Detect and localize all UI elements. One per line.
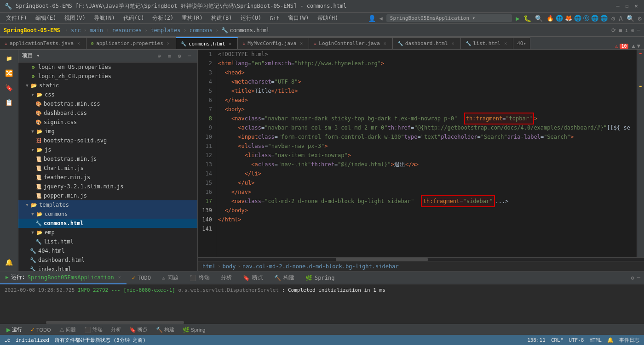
breadcrumb-commons[interactable]: commons	[190, 27, 213, 34]
tab-dashboard-html[interactable]: 🔧 dashboard.html ×	[393, 37, 461, 49]
run-tab-analysis[interactable]: 分析	[215, 271, 237, 284]
tree-item-login-zh-props[interactable]: ⚙ login_zh_CH.properties	[18, 72, 197, 81]
tree-item-dashboard-css[interactable]: 🎨 dashboard.css	[18, 108, 197, 118]
sidebar-minimize-icon[interactable]: ─	[185, 52, 194, 60]
expand-icon[interactable]: ▲	[632, 43, 635, 49]
run-tab-bookmarks[interactable]: 🔖 断点	[237, 271, 269, 284]
close-button[interactable]: ✕	[633, 3, 639, 10]
tree-item-index-html[interactable]: 🔧 index.html	[18, 265, 197, 271]
notifications-tool-icon[interactable]: 🔔	[1, 255, 17, 269]
tree-item-bootstrap-min-css[interactable]: 🎨 bootstrap.min.css	[18, 99, 197, 108]
menu-run[interactable]: 运行(U)	[237, 13, 265, 23]
tab-more[interactable]: 40▾	[513, 37, 530, 49]
crlf[interactable]: CRLF	[551, 337, 564, 343]
tab-applicationtests-close[interactable]: ×	[76, 41, 81, 46]
minimize-button[interactable]: ─	[615, 3, 621, 10]
toolbar-settings-icon[interactable]: ⚙	[631, 27, 634, 34]
tree-item-dashboard-html[interactable]: 🔧 dashboard.html	[18, 255, 197, 265]
run-tab-problems[interactable]: ⚠ 问题	[156, 271, 184, 284]
toolbar-sync-icon[interactable]: ⟳	[611, 27, 616, 34]
translate-icon[interactable]: A	[619, 15, 622, 22]
tree-item-img[interactable]: ▼ 📂 img	[18, 127, 197, 136]
maximize-button[interactable]: □	[624, 3, 630, 10]
tab-commons-html-close[interactable]: ×	[227, 41, 233, 46]
tab-list-html-close[interactable]: ×	[503, 41, 508, 46]
editor-horizontal-scrollbar[interactable]	[198, 257, 644, 261]
gear-icon[interactable]: ⚙	[638, 15, 642, 22]
tree-item-bootstrap-svg[interactable]: 🖼 bootstrap-solid.svg	[18, 136, 197, 145]
sidebar-gear-icon[interactable]: ⚙	[175, 52, 184, 60]
path-nav[interactable]: nav.col-md-2.d-none.d-md-block.bg-light.…	[242, 263, 399, 270]
breadcrumb-resources[interactable]: resources	[112, 27, 142, 34]
tab-commons-html[interactable]: 🔧 commons.html ×	[176, 37, 238, 49]
line-col[interactable]: 138:11	[527, 337, 546, 343]
bookmarks-button[interactable]: 🔖 断点	[126, 325, 151, 334]
menu-code[interactable]: 代码(C)	[120, 13, 148, 23]
menu-edit[interactable]: 编辑(E)	[32, 13, 60, 23]
tree-item-list-html[interactable]: 🔧 list.html	[18, 237, 197, 246]
collapse-icon[interactable]: ▼	[637, 43, 640, 49]
tree-item-css[interactable]: ▼ 📂 css	[18, 90, 197, 99]
menu-build[interactable]: 构建(B)	[207, 13, 236, 23]
search-bar[interactable]: SpringBoot05EmsApplication ▾	[386, 14, 512, 22]
run-bottom-button[interactable]: ▶ 运行	[3, 325, 26, 334]
tree-item-js[interactable]: ▼ 📂 js	[18, 145, 197, 154]
breadcrumb-src[interactable]: src	[71, 27, 81, 34]
tree-item-static[interactable]: ▼ 📂 static	[18, 81, 197, 90]
tab-application-properties[interactable]: ⚙ application.properties ×	[86, 37, 176, 49]
toolbar-align-icon[interactable]: ≡	[619, 27, 622, 34]
tree-item-jquery-js[interactable]: 📜 jquery-3.2.1.slim.min.js	[18, 182, 197, 191]
run-settings-icon[interactable]: ⚙	[631, 275, 634, 281]
build-button[interactable]: 🔨 构建	[152, 325, 178, 334]
editor-content[interactable]: 1 2 3 4 5 6 7 8 9 10 11 12 13 14 15 16 1	[198, 50, 644, 257]
toolbar-minimize-icon[interactable]: ─	[637, 27, 640, 34]
menu-window[interactable]: 窗口(W)	[284, 13, 313, 23]
run-minimize-icon[interactable]: ─	[637, 275, 640, 281]
todo-button[interactable]: ✓ TODO	[27, 326, 55, 334]
tree-item-templates[interactable]: ▼ 📂 templates	[18, 200, 197, 209]
tab-application-properties-close[interactable]: ×	[166, 41, 171, 46]
tab-mymvcconfig[interactable]: ☕ MyMvcConfig.java ×	[238, 37, 309, 49]
tree-item-404-html[interactable]: 🔧 404.html	[18, 246, 197, 255]
tab-logincontroller[interactable]: ☕ LoginController.java ×	[309, 37, 392, 49]
run-tab-close[interactable]: ×	[118, 275, 121, 280]
tree-item-popper-js[interactable]: 📜 popper.min.js	[18, 191, 197, 200]
menu-analyze[interactable]: 分析(Z)	[149, 13, 177, 23]
problems-button[interactable]: ⚠ 问题	[56, 325, 80, 334]
path-body[interactable]: body	[223, 263, 236, 270]
terminal-button[interactable]: ⬛ 终端	[80, 325, 106, 334]
run-tab-terminal[interactable]: ⬛ 终端	[184, 271, 215, 284]
vcs-tool-icon[interactable]: 🔀	[1, 66, 17, 80]
structure-tool-icon[interactable]: 📋	[1, 96, 17, 109]
notifications-label[interactable]: 事件日志	[619, 337, 639, 344]
ie-icon[interactable]: ⓔ	[583, 14, 589, 23]
toolbar-sort-icon[interactable]: ↕	[625, 27, 628, 34]
encoding[interactable]: UTF-8	[569, 337, 584, 343]
tab-list-html[interactable]: 🔧 list.html ×	[461, 37, 514, 49]
pycharm-icon[interactable]: 🔥	[546, 15, 554, 22]
menu-navigate[interactable]: 导航(N)	[90, 13, 119, 23]
run-icon[interactable]: ▶	[516, 15, 519, 22]
sidebar-collapse-icon[interactable]: ⊕	[155, 52, 163, 60]
menu-file[interactable]: 文件(F)	[2, 13, 31, 23]
sidebar-sort-icon[interactable]: ≡	[165, 52, 173, 60]
bookmark-tool-icon[interactable]: 🔖	[1, 81, 17, 95]
menu-view[interactable]: 视图(V)	[61, 13, 89, 23]
safari-icon[interactable]: 🌐	[574, 15, 581, 22]
breadcrumb-main[interactable]: main	[90, 27, 103, 34]
chrome-icon[interactable]: 🌐	[556, 15, 563, 22]
notifications-icon[interactable]: 🔔	[607, 337, 614, 343]
file-type[interactable]: HTML	[590, 337, 602, 343]
settings-icon[interactable]: ⚙	[611, 15, 615, 22]
tree-item-emp-folder[interactable]: ▼ 📂 emp	[18, 228, 197, 237]
path-html[interactable]: html	[202, 263, 216, 270]
tab-dashboard-html-close[interactable]: ×	[450, 41, 456, 46]
debug-icon[interactable]: 🐛	[523, 15, 531, 22]
run-tab-todo[interactable]: ✓ TODO	[126, 271, 156, 284]
menu-git[interactable]: Git	[266, 14, 283, 23]
project-tree-label[interactable]: 项目 ▾	[22, 52, 40, 60]
run-tab-spring[interactable]: 🌿 Spring	[300, 271, 340, 284]
project-tool-icon[interactable]: 📁	[1, 51, 17, 65]
tree-item-commons-folder[interactable]: ▼ 📂 commons	[18, 209, 197, 219]
tree-item-feather-js[interactable]: 📜 feather.min.js	[18, 173, 197, 182]
